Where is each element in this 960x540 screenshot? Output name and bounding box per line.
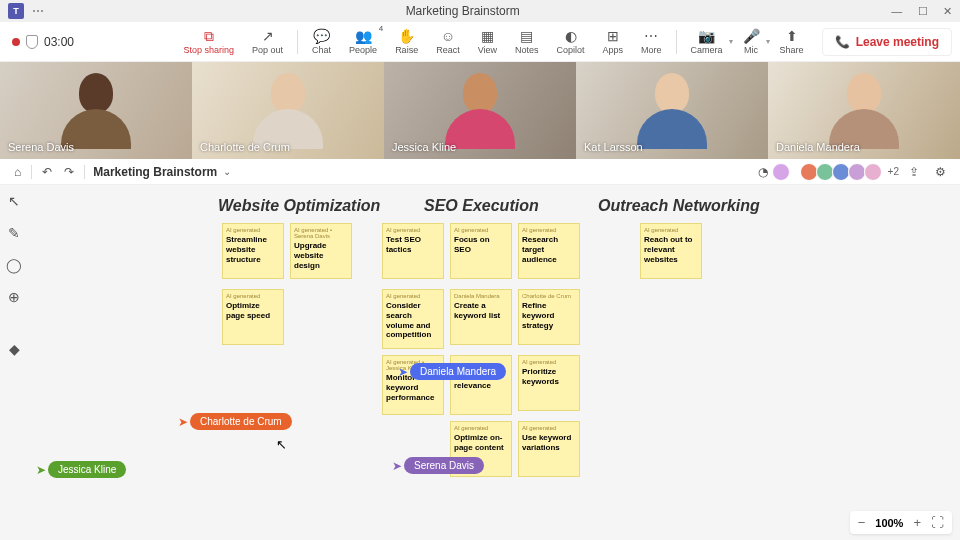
- chevron-down-icon[interactable]: ⌄: [223, 166, 231, 177]
- undo-button[interactable]: ↶: [36, 165, 58, 179]
- sticky-note[interactable]: AI generatedReach out to relevant websit…: [640, 223, 702, 279]
- sticky-note[interactable]: AI generatedResearch target audience: [518, 223, 580, 279]
- whiteboard-canvas[interactable]: ↖ ✎ ◯ ⊕ ◆ Website Optimization SEO Execu…: [0, 185, 960, 540]
- sticky-note[interactable]: Daniela ManderaCreate a keyword list: [450, 289, 512, 345]
- apps-button[interactable]: ⊞Apps: [595, 26, 632, 57]
- avatar[interactable]: [816, 163, 834, 181]
- chat-button[interactable]: 💬Chat: [304, 26, 339, 57]
- comment-tool[interactable]: ◯: [4, 255, 24, 275]
- copilot-button[interactable]: ◐Copilot: [549, 26, 593, 57]
- divider: [676, 30, 677, 54]
- zoom-out-button[interactable]: −: [858, 515, 866, 530]
- more-avatars[interactable]: +2: [888, 166, 899, 177]
- video-tile[interactable]: Daniela Mandera: [768, 62, 960, 159]
- minimize-button[interactable]: —: [891, 5, 902, 17]
- window-title: Marketing Brainstorm: [46, 4, 879, 18]
- redo-button[interactable]: ↷: [58, 165, 80, 179]
- record-icon: [12, 38, 20, 46]
- video-tile[interactable]: Jessica Kline: [384, 62, 576, 159]
- whiteboard-header: ⌂ ↶ ↷ Marketing Brainstorm ⌄ ◔ +2 ⇪ ⚙: [0, 159, 960, 185]
- meeting-toolbar: 03:00 ⧉Stop sharing ↗Pop out 💬Chat 👥4Peo…: [0, 22, 960, 62]
- raise-hand-button[interactable]: ✋Raise: [387, 26, 426, 57]
- titlebar: T ⋯ Marketing Brainstorm — ☐ ✕: [0, 0, 960, 22]
- react-button[interactable]: ☺React: [428, 26, 468, 57]
- add-tool[interactable]: ⊕: [4, 287, 24, 307]
- avatar[interactable]: [832, 163, 850, 181]
- leave-meeting-button[interactable]: 📞Leave meeting: [822, 28, 952, 56]
- popout-button[interactable]: ↗Pop out: [244, 26, 291, 57]
- board-name[interactable]: Marketing Brainstorm: [93, 165, 217, 179]
- avatar[interactable]: [800, 163, 818, 181]
- window-controls: — ☐ ✕: [879, 4, 952, 18]
- mic-button[interactable]: 🎤Mic: [735, 26, 768, 57]
- close-button[interactable]: ✕: [943, 5, 952, 17]
- user-cursor: ➤Charlotte de Crum: [178, 413, 292, 430]
- recording-indicator: 03:00: [0, 35, 86, 49]
- camera-button[interactable]: 📷Camera: [683, 26, 731, 57]
- cursor-icon: ↖: [276, 437, 287, 452]
- sticky-note[interactable]: AI generatedOptimize page speed: [222, 289, 284, 345]
- sticky-note[interactable]: AI generated • Serena DavisUpgrade websi…: [290, 223, 352, 279]
- sticky-note[interactable]: AI generatedStreamline website structure: [222, 223, 284, 279]
- sticky-note[interactable]: AI generatedConsider search volume and c…: [382, 289, 444, 349]
- pointer-tool[interactable]: ↖: [4, 191, 24, 211]
- avatar[interactable]: [848, 163, 866, 181]
- sticky-note[interactable]: AI generatedTest SEO tactics: [382, 223, 444, 279]
- video-tile[interactable]: Kat Larsson: [576, 62, 768, 159]
- copilot-tool[interactable]: ◆: [4, 339, 24, 359]
- shield-icon: [26, 35, 38, 49]
- phone-icon: 📞: [835, 35, 850, 49]
- sticky-note[interactable]: AI generatedFocus on SEO: [450, 223, 512, 279]
- maximize-button[interactable]: ☐: [918, 5, 928, 17]
- stop-sharing-button[interactable]: ⧉Stop sharing: [176, 26, 243, 57]
- sticky-note[interactable]: AI generatedUse keyword variations: [518, 421, 580, 477]
- zoom-in-button[interactable]: +: [913, 515, 921, 530]
- pen-tool[interactable]: ✎: [4, 223, 24, 243]
- notes-button[interactable]: ▤Notes: [507, 26, 547, 57]
- column-header: Website Optimization: [218, 197, 380, 215]
- fit-screen-button[interactable]: ⛶: [931, 515, 944, 530]
- share-icon[interactable]: ⇪: [903, 165, 925, 179]
- home-icon[interactable]: ⌂: [8, 165, 27, 179]
- recording-time: 03:00: [44, 35, 74, 49]
- avatar[interactable]: [864, 163, 882, 181]
- sticky-note[interactable]: AI generatedPrioritize keywords: [518, 355, 580, 411]
- video-tile[interactable]: Charlotte de Crum: [192, 62, 384, 159]
- divider: [297, 30, 298, 54]
- more-button[interactable]: ⋯More: [633, 26, 670, 57]
- column-header: SEO Execution: [424, 197, 539, 215]
- zoom-level[interactable]: 100%: [875, 517, 903, 529]
- settings-icon[interactable]: ⚙: [929, 165, 952, 179]
- column-header: Outreach Networking: [598, 197, 760, 215]
- user-cursor: ➤Jessica Kline: [36, 461, 126, 478]
- sticky-note[interactable]: Charlotte de CrumRefine keyword strategy: [518, 289, 580, 345]
- share-button[interactable]: ⬆Share: [772, 26, 812, 57]
- user-cursor: ➤Daniela Mandera: [398, 363, 506, 380]
- people-button[interactable]: 👥4People: [341, 26, 385, 57]
- timer-icon[interactable]: ◔: [752, 165, 774, 179]
- app-icon: T: [8, 3, 24, 19]
- avatar[interactable]: [772, 163, 790, 181]
- zoom-controls: − 100% + ⛶: [850, 511, 952, 534]
- view-button[interactable]: ▦View: [470, 26, 505, 57]
- user-cursor: ➤Serena Davis: [392, 457, 484, 474]
- ellipsis-icon[interactable]: ⋯: [32, 4, 46, 18]
- video-gallery: Serena Davis Charlotte de Crum Jessica K…: [0, 62, 960, 159]
- video-tile[interactable]: Serena Davis: [0, 62, 192, 159]
- tool-palette: ↖ ✎ ◯ ⊕ ◆: [4, 191, 24, 359]
